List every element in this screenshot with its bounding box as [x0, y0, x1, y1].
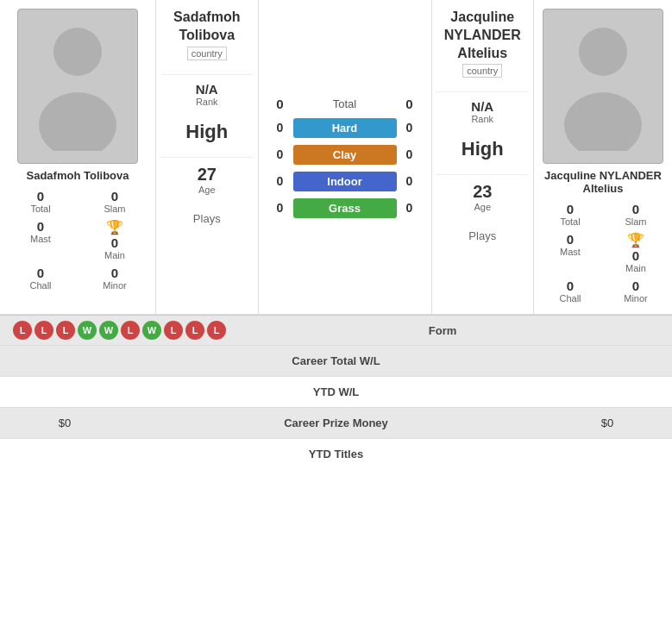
- clay-left-val: 0: [267, 147, 293, 161]
- indoor-right-val: 0: [397, 174, 423, 188]
- left-total-val: 0: [37, 189, 44, 204]
- grass-right-val: 0: [397, 201, 423, 215]
- left-player-name: Sadafmoh Tolibova: [27, 169, 129, 182]
- left-high-val: High: [160, 121, 254, 143]
- left-mast-label: Mast: [30, 234, 51, 244]
- bottom-section: L L L W W L W L L L Form Career Total W/…: [0, 315, 672, 469]
- left-main-label: Main: [104, 250, 125, 260]
- left-total-cell: 0 Total: [4, 187, 77, 216]
- svg-point-3: [564, 92, 642, 151]
- main-container: Sadafmoh Tolibova 0 Total 0 Slam 0 Mast …: [0, 0, 672, 469]
- badge-6: L: [121, 321, 140, 340]
- badge-7: W: [142, 321, 161, 340]
- right-mast-val: 0: [567, 232, 574, 247]
- career-prize-row: $0 Career Prize Money $0: [0, 407, 672, 438]
- right-main-label: Main: [625, 263, 646, 273]
- form-badges: L L L W W L W L L L: [13, 321, 226, 340]
- svg-point-2: [579, 28, 627, 76]
- right-age-val: 23: [436, 182, 530, 202]
- total-row: 0 Total 0: [259, 93, 431, 115]
- left-minor-val: 0: [111, 266, 118, 280]
- left-minor-cell: 0 Minor: [79, 264, 151, 292]
- left-total-label: Total: [30, 204, 50, 214]
- right-mast-label: Mast: [560, 247, 581, 257]
- right-high-val: High: [436, 138, 530, 160]
- left-main-val: 0: [111, 235, 118, 250]
- badge-3: L: [56, 321, 75, 340]
- left-trophy-cell: 🏆 0 Main: [79, 217, 151, 262]
- total-left-val: 0: [267, 97, 293, 111]
- right-player-avatar: [543, 9, 663, 164]
- svg-point-0: [53, 28, 102, 76]
- clay-right-val: 0: [397, 147, 423, 161]
- hard-left-val: 0: [267, 121, 293, 135]
- hard-surface-btn: Hard: [293, 118, 397, 138]
- left-mast-val: 0: [37, 219, 44, 234]
- grass-left-val: 0: [267, 201, 293, 215]
- left-trophy-icon: 🏆: [106, 219, 123, 235]
- hard-right-val: 0: [397, 121, 423, 135]
- form-row: L L L W W L W L L L Form: [0, 315, 672, 345]
- svg-point-1: [39, 92, 116, 151]
- right-slam-label: Slam: [625, 216, 646, 227]
- right-middle-stats: Jacquline NYLANDER Altelius country N/A …: [431, 0, 535, 314]
- right-chall-label: Chall: [559, 293, 581, 304]
- ytd-wl-row: YTD W/L: [0, 376, 672, 407]
- grass-surface-btn: Grass: [293, 198, 397, 218]
- left-rank-label: Rank: [160, 97, 254, 107]
- ytd-titles-label: YTD Titles: [116, 448, 556, 460]
- right-age-label: Age: [436, 202, 530, 212]
- career-total-label: Career Total W/L: [116, 354, 556, 367]
- right-chall-val: 0: [567, 279, 574, 293]
- badge-9: L: [185, 321, 204, 340]
- right-rank-val: N/A: [436, 99, 530, 114]
- right-minor-label: Minor: [624, 293, 648, 304]
- surface-row-clay: 0 Clay 0: [259, 141, 431, 168]
- badge-2: L: [35, 321, 53, 340]
- right-trophy-icon: 🏆: [627, 232, 644, 248]
- right-plays-label: Plays: [436, 229, 530, 246]
- indoor-left-val: 0: [267, 174, 293, 188]
- right-total-val: 0: [567, 202, 574, 216]
- right-country-tag: country: [462, 64, 502, 78]
- players-section: Sadafmoh Tolibova 0 Total 0 Slam 0 Mast …: [0, 0, 672, 315]
- left-plays-label: Plays: [160, 212, 254, 229]
- left-country-tag: country: [187, 47, 227, 60]
- total-right-val: 0: [397, 97, 423, 111]
- left-slam-cell: 0 Slam: [79, 187, 151, 216]
- right-player-card: Jacquline NYLANDER Altelius 0 Total 0 Sl…: [534, 0, 672, 314]
- career-prize-label: Career Prize Money: [116, 416, 556, 429]
- right-main-val: 0: [632, 248, 639, 263]
- surface-row-grass: 0 Grass 0: [259, 195, 431, 222]
- left-chall-cell: 0 Chall: [4, 264, 77, 292]
- career-prize-right: $0: [556, 416, 659, 429]
- badge-1: L: [13, 321, 32, 340]
- left-mast-cell: 0 Mast: [4, 217, 77, 262]
- ytd-titles-row: YTD Titles: [0, 438, 672, 469]
- indoor-surface-btn: Indoor: [293, 172, 397, 191]
- center-surface-section: 0 Total 0 0 Hard 0 0 Clay 0 0 Indoor 0: [259, 0, 431, 314]
- career-prize-left: $0: [13, 416, 116, 429]
- total-label: Total: [293, 97, 397, 110]
- left-age-val: 27: [160, 165, 254, 185]
- left-minor-label: Minor: [103, 280, 127, 291]
- ytd-wl-label: YTD W/L: [116, 385, 556, 398]
- right-rank-label: Rank: [436, 114, 530, 124]
- badge-8: L: [164, 321, 183, 340]
- right-minor-val: 0: [632, 279, 639, 293]
- left-rank-val: N/A: [160, 82, 254, 97]
- surface-row-indoor: 0 Indoor 0: [259, 168, 431, 195]
- left-player-card: Sadafmoh Tolibova 0 Total 0 Slam 0 Mast …: [0, 0, 155, 314]
- left-player-stats: 0 Total 0 Slam 0 Mast 🏆 0 Main 0: [4, 187, 151, 292]
- left-player-avatar: [17, 9, 138, 164]
- clay-surface-btn: Clay: [293, 145, 397, 165]
- right-total-cell: 0 Total: [538, 200, 602, 229]
- left-slam-label: Slam: [104, 204, 125, 214]
- surface-row-hard: 0 Hard 0: [259, 115, 431, 141]
- left-middle-name: Sadafmoh Tolibova: [160, 9, 254, 45]
- right-player-stats: 0 Total 0 Slam 0 Mast 🏆 0 Main 0: [538, 200, 668, 305]
- form-label: Form: [429, 324, 457, 337]
- right-player-name: Jacquline NYLANDER Altelius: [538, 169, 668, 195]
- right-minor-cell: 0 Minor: [604, 277, 668, 305]
- right-middle-name: Jacquline NYLANDER Altelius: [436, 9, 530, 62]
